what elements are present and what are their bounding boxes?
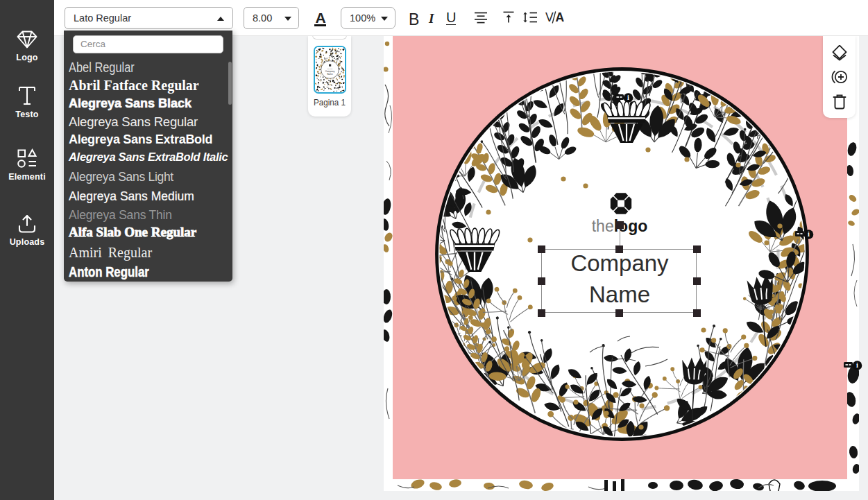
svg-text:thelogo: thelogo — [327, 68, 334, 70]
svg-text:i: i — [808, 230, 810, 238]
svg-text:A: A — [556, 11, 565, 24]
svg-text:i: i — [627, 94, 629, 101]
svg-text:Name: Name — [327, 73, 333, 76]
svg-text:i: i — [856, 361, 858, 369]
